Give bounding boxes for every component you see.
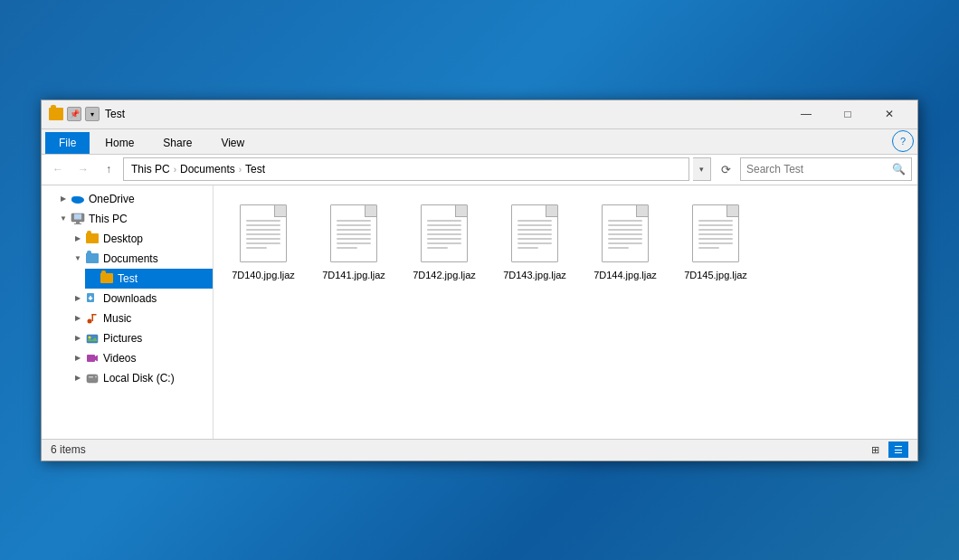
expand-arrow: ▶	[56, 192, 71, 206]
view-list-button[interactable]: ☰	[888, 441, 908, 458]
pc-icon	[71, 212, 85, 226]
folder-test-icon	[100, 271, 114, 286]
svg-rect-5	[74, 223, 81, 224]
doc-icon	[692, 204, 739, 262]
sidebar: ▶ OneDrive ▼	[42, 185, 214, 439]
sidebar-item-localdisk[interactable]: ▶ Local Disk (C:)	[71, 368, 213, 388]
path-test: Test	[245, 163, 265, 176]
back-button[interactable]: ←	[47, 158, 69, 180]
explorer-window: 📌 ▾ Test — □ ✕ File Home Share View ? ← …	[41, 100, 918, 461]
svg-rect-4	[76, 222, 80, 223]
minimize-button[interactable]: —	[785, 100, 827, 128]
address-path[interactable]: This PC › Documents › Test	[123, 157, 689, 181]
search-input[interactable]	[746, 163, 888, 176]
dropdown-icon[interactable]: ▾	[85, 107, 100, 121]
file-icon-wrapper	[327, 201, 381, 266]
svg-rect-13	[87, 375, 98, 383]
doc-icon	[240, 204, 287, 262]
sidebar-label-localdisk: Local Disk (C:)	[103, 372, 175, 384]
close-button[interactable]: ✕	[869, 100, 910, 128]
sidebar-item-test[interactable]: Test	[85, 269, 213, 289]
refresh-button[interactable]: ⟳	[715, 158, 736, 180]
videos-icon	[85, 351, 100, 365]
downloads-icon	[85, 291, 100, 306]
file-name: 7D142.jpg.ljaz	[413, 270, 476, 281]
status-bar: 6 items ⊞ ☰	[42, 439, 917, 460]
sidebar-label-onedrive: OneDrive	[89, 193, 135, 205]
path-documents: Documents	[180, 163, 235, 176]
item-count: 6 items	[51, 443, 86, 456]
file-name: 7D143.jpg.ljaz	[503, 270, 566, 281]
sidebar-label-test: Test	[118, 272, 138, 285]
folder-documents-icon	[85, 252, 100, 266]
disk-icon	[85, 371, 100, 385]
sidebar-item-music[interactable]: ▶ Music	[71, 308, 213, 328]
sidebar-item-documents[interactable]: ▼ Documents	[71, 249, 213, 269]
svg-rect-3	[74, 214, 81, 219]
sidebar-item-onedrive[interactable]: ▶ OneDrive	[56, 189, 213, 209]
sidebar-label-music: Music	[103, 312, 131, 325]
svg-rect-14	[89, 376, 93, 378]
view-controls: ⊞ ☰	[865, 441, 908, 458]
sidebar-label-pictures: Pictures	[103, 332, 142, 345]
tab-file[interactable]: File	[45, 132, 90, 154]
expand-arrow-music: ▶	[71, 311, 85, 326]
main-content: ▶ OneDrive ▼	[42, 185, 917, 439]
tab-home[interactable]: Home	[91, 132, 147, 154]
view-grid-button[interactable]: ⊞	[865, 441, 885, 458]
sidebar-label-videos: Videos	[103, 352, 136, 365]
svg-point-1	[71, 196, 79, 202]
file-name: 7D140.jpg.ljaz	[232, 270, 295, 281]
search-box: 🔍	[740, 157, 912, 181]
maximize-button[interactable]: □	[827, 100, 869, 128]
doc-icon	[330, 204, 377, 262]
svg-point-15	[95, 375, 97, 377]
expand-arrow-desktop: ▶	[71, 232, 85, 246]
path-thispc: This PC	[131, 163, 170, 176]
expand-arrow-documents: ▼	[71, 252, 85, 266]
path-sep-2: ›	[239, 165, 242, 175]
file-item[interactable]: 7D141.jpg.ljaz	[313, 195, 394, 286]
doc-icon	[511, 204, 558, 262]
file-icon-wrapper	[598, 201, 652, 266]
file-item[interactable]: 7D142.jpg.ljaz	[404, 195, 485, 286]
expand-arrow-videos: ▶	[71, 351, 85, 365]
sidebar-item-pictures[interactable]: ▶ Pictures	[71, 328, 213, 348]
ribbon-tabs: File Home Share View ?	[42, 129, 917, 155]
help-button[interactable]: ?	[892, 130, 914, 152]
folder-desktop-icon	[85, 232, 100, 246]
tab-share[interactable]: Share	[149, 132, 205, 154]
file-item[interactable]: 7D143.jpg.ljaz	[494, 195, 575, 286]
file-icon-wrapper	[417, 201, 471, 266]
file-item[interactable]: 7D145.jpg.ljaz	[675, 195, 756, 286]
sidebar-label-thispc: This PC	[89, 213, 128, 225]
doc-icon	[421, 204, 468, 262]
file-item[interactable]: 7D144.jpg.ljaz	[584, 195, 666, 286]
sidebar-item-downloads[interactable]: ▶ Downloads	[71, 289, 213, 308]
sidebar-label-downloads: Downloads	[103, 292, 157, 305]
pictures-icon	[85, 331, 100, 346]
file-icon-wrapper	[688, 201, 743, 266]
forward-button[interactable]: →	[72, 158, 94, 180]
sidebar-item-thispc[interactable]: ▼ This PC	[56, 209, 213, 229]
pin-icon[interactable]: 📌	[67, 107, 81, 121]
sidebar-item-videos[interactable]: ▶ Videos	[71, 348, 213, 368]
address-dropdown[interactable]: ▾	[693, 157, 711, 181]
file-name: 7D145.jpg.ljaz	[684, 270, 747, 281]
expand-arrow-downloads: ▶	[71, 291, 85, 306]
expand-arrow-thispc: ▼	[56, 212, 71, 226]
up-button[interactable]: ↑	[98, 158, 119, 180]
file-item[interactable]: 7D140.jpg.ljaz	[223, 195, 304, 286]
file-name: 7D141.jpg.ljaz	[322, 270, 385, 281]
music-icon	[85, 311, 100, 326]
svg-rect-10	[87, 335, 98, 343]
sidebar-label-desktop: Desktop	[103, 233, 143, 245]
doc-icon	[602, 204, 649, 262]
window-controls: — □ ✕	[785, 100, 910, 128]
search-icon[interactable]: 🔍	[892, 163, 906, 176]
sidebar-item-desktop[interactable]: ▶ Desktop	[71, 229, 213, 249]
tab-view[interactable]: View	[207, 132, 258, 154]
title-bar-icons: 📌 ▾	[49, 107, 100, 121]
address-bar: ← → ↑ This PC › Documents › Test ▾ ⟳ 🔍	[42, 155, 917, 185]
file-icon-wrapper	[236, 201, 290, 266]
